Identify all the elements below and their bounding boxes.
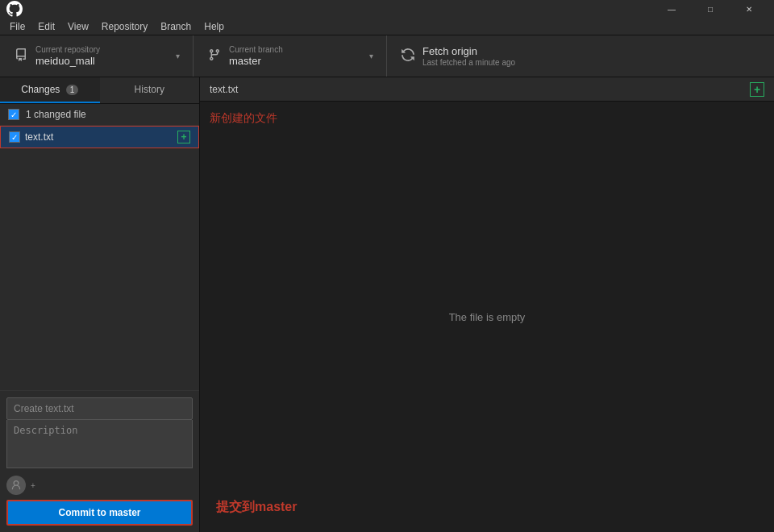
new-file-label: 新创建的文件	[210, 111, 764, 126]
spacer	[0, 148, 199, 390]
current-branch-section[interactable]: Current branch master ▾	[194, 35, 387, 77]
menu-file[interactable]: File	[3, 19, 31, 34]
diff-filename: text.txt	[210, 84, 238, 95]
file-name: text.txt	[25, 131, 173, 143]
menu-repository[interactable]: Repository	[95, 19, 154, 34]
file-item[interactable]: text.txt +	[0, 126, 199, 148]
empty-file-message: The file is empty	[449, 311, 526, 323]
commit-footer: +	[6, 476, 193, 495]
tab-changes[interactable]: Changes 1	[0, 77, 100, 103]
commit-summary-input[interactable]	[6, 397, 193, 420]
diff-area: 新创建的文件 The file is empty 提交到master	[200, 102, 774, 532]
menu-branch[interactable]: Branch	[154, 19, 198, 34]
repo-name: meiduo_mall	[35, 55, 169, 67]
right-panel: text.txt + 新创建的文件 The file is empty 提交到m…	[200, 77, 774, 532]
changed-count: 1 changed file	[26, 109, 86, 120]
fetch-icon	[400, 48, 416, 65]
maximize-button[interactable]: □	[692, 0, 729, 18]
file-list: text.txt +	[0, 126, 199, 148]
repo-inner: Current repository meiduo_mall ▾	[13, 45, 180, 67]
titlebar-left	[6, 1, 23, 17]
titlebar-buttons: — □ ✕	[653, 0, 768, 18]
repo-chevron-icon: ▾	[176, 52, 180, 60]
tab-bar: Changes 1 History	[0, 77, 199, 104]
branch-icon	[206, 48, 223, 64]
commit-annotation: 提交到master	[216, 499, 297, 516]
avatar	[6, 476, 26, 495]
file-add-icon: +	[177, 131, 190, 143]
commit-button[interactable]: Commit to master	[6, 500, 193, 526]
file-checkbox[interactable]	[9, 131, 20, 143]
left-panel: Changes 1 History 1 changed file text.tx…	[0, 77, 200, 532]
current-repo-section[interactable]: Current repository meiduo_mall ▾	[0, 35, 194, 77]
github-logo-icon	[6, 1, 23, 17]
close-button[interactable]: ✕	[730, 0, 768, 18]
repo-icon	[13, 48, 29, 64]
commit-area: + Commit to master	[0, 390, 199, 532]
diff-add-icon[interactable]: +	[750, 82, 764, 97]
branch-inner: Current branch master ▾	[206, 45, 373, 67]
fetch-label: Fetch origin	[422, 45, 551, 57]
fetch-origin-section[interactable]: Fetch origin Last fetched a minute ago	[387, 35, 564, 77]
main-layout: Changes 1 History 1 changed file text.tx…	[0, 77, 774, 532]
menu-view[interactable]: View	[61, 19, 95, 34]
minimize-button[interactable]: —	[653, 0, 690, 18]
branch-chevron-icon: ▾	[369, 52, 373, 60]
titlebar: — □ ✕	[0, 0, 774, 18]
toolbar: Current repository meiduo_mall ▾ Current…	[0, 35, 774, 77]
tab-history[interactable]: History	[100, 77, 200, 103]
menu-edit[interactable]: Edit	[31, 19, 61, 34]
commit-description-input[interactable]	[6, 420, 193, 468]
menu-help[interactable]: Help	[198, 19, 231, 34]
file-header: text.txt +	[200, 77, 774, 102]
repo-label: Current repository	[35, 45, 169, 54]
fetch-sublabel: Last fetched a minute ago	[422, 58, 551, 67]
add-co-author-label: +	[31, 481, 35, 490]
select-all-checkbox[interactable]	[8, 109, 19, 120]
fetch-inner: Fetch origin Last fetched a minute ago	[400, 45, 551, 67]
branch-name: master	[229, 55, 363, 67]
file-list-header: 1 changed file	[0, 104, 199, 126]
menubar: File Edit View Repository Branch Help	[0, 18, 774, 35]
branch-label: Current branch	[229, 45, 363, 54]
